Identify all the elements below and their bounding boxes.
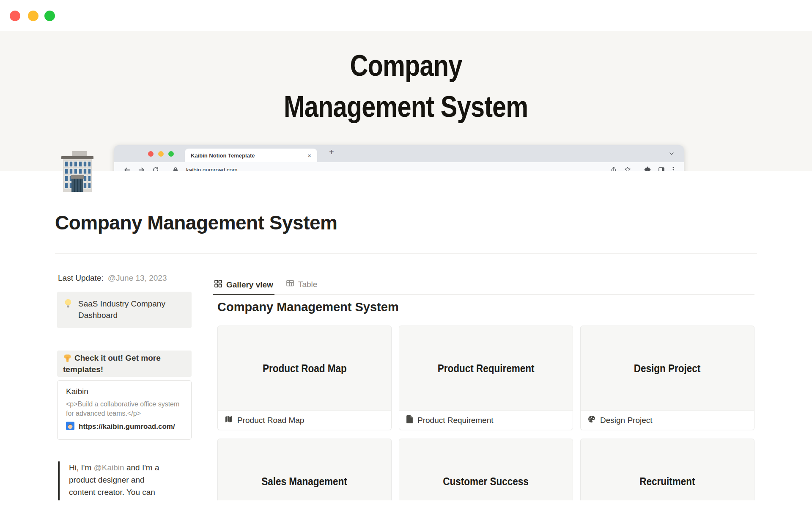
bookmark-description: <p>Build a collaborative office system f… bbox=[66, 400, 183, 418]
table-icon bbox=[286, 279, 294, 290]
light-bulb-icon bbox=[63, 298, 73, 322]
chevron-down-icon[interactable] bbox=[669, 151, 675, 158]
lock-icon bbox=[173, 167, 178, 171]
gallery-grid: Product Road Map Product Road Map Produc… bbox=[217, 326, 754, 500]
view-tabs: Gallery view Table bbox=[213, 276, 754, 295]
tab-table[interactable]: Table bbox=[285, 276, 318, 294]
minimize-window-icon[interactable] bbox=[28, 11, 38, 21]
card-design-project[interactable]: Design Project Design Project bbox=[580, 326, 754, 430]
cover-title-line1: Company bbox=[350, 45, 462, 86]
reload-icon[interactable] bbox=[152, 166, 159, 171]
templates-callout: Check it out! Get more templates! bbox=[57, 351, 192, 377]
share-icon[interactable] bbox=[610, 166, 617, 171]
last-update-date[interactable]: @June 13, 2023 bbox=[108, 273, 167, 282]
last-update-label: Last Update: bbox=[58, 273, 104, 282]
card-footer-label: Design Project bbox=[600, 416, 653, 425]
tab-gallery-view[interactable]: Gallery view bbox=[213, 276, 274, 295]
divider bbox=[55, 253, 757, 254]
extensions-puzzle-icon[interactable] bbox=[644, 166, 651, 171]
card-product-road-map[interactable]: Product Road Map Product Road Map bbox=[217, 326, 392, 430]
browser-address-bar: kaibin.gumroad.com bbox=[114, 162, 684, 171]
gallery-grid-icon bbox=[214, 279, 222, 290]
dashboard-callout-text: SaaS Industry Company Dashboard bbox=[78, 298, 186, 322]
cover-title: Company Management System bbox=[0, 45, 812, 127]
window-header bbox=[0, 0, 812, 31]
close-window-icon[interactable] bbox=[10, 11, 20, 21]
browser-close-icon bbox=[148, 151, 154, 157]
card-product-requirement[interactable]: Product Requirement Product Requirement bbox=[399, 326, 573, 430]
card-title: Sales Management bbox=[262, 475, 348, 488]
card-customer-success[interactable]: Customer Success bbox=[399, 439, 573, 500]
zoom-window-icon[interactable] bbox=[44, 11, 55, 21]
quote-block: Hi, I'm @Kaibin and I'm a product design… bbox=[58, 461, 166, 500]
browser-mock-window: Kaibin Notion Temeplate × + bbox=[114, 145, 684, 171]
cover-title-line2: Management System bbox=[284, 86, 528, 127]
card-title: Product Requirement bbox=[438, 362, 535, 375]
page-icon bbox=[406, 415, 413, 425]
tab-table-label: Table bbox=[298, 280, 317, 289]
page-title: Company Management System bbox=[55, 211, 337, 234]
palette-icon bbox=[587, 415, 596, 425]
more-menu-icon[interactable] bbox=[672, 166, 675, 171]
bookmark-url[interactable]: https://kaibin.gumroad.com/ bbox=[79, 422, 175, 431]
quote-text-prefix: Hi, I'm bbox=[69, 463, 94, 472]
url-text[interactable]: kaibin.gumroad.com bbox=[186, 167, 238, 171]
forward-arrow-icon[interactable] bbox=[138, 166, 145, 171]
pointing-down-icon bbox=[63, 353, 72, 362]
dashboard-callout: SaaS Industry Company Dashboard bbox=[57, 292, 192, 328]
back-arrow-icon[interactable] bbox=[123, 166, 131, 171]
bookmark-star-icon[interactable] bbox=[624, 166, 631, 171]
card-title: Recruitment bbox=[639, 475, 695, 488]
bookmark-title: Kaibin bbox=[66, 387, 183, 396]
new-tab-button[interactable]: + bbox=[329, 147, 334, 157]
page-cover: Company Management System Kaibin Notion … bbox=[0, 31, 812, 171]
bookmark-favicon bbox=[66, 422, 74, 432]
browser-tab[interactable]: Kaibin Notion Temeplate × bbox=[185, 149, 317, 162]
side-panel-icon[interactable] bbox=[658, 166, 665, 171]
browser-minimize-icon bbox=[158, 151, 164, 157]
office-building-icon[interactable] bbox=[55, 148, 99, 192]
templates-callout-text: Check it out! Get more templates! bbox=[63, 353, 161, 374]
kaibin-mention[interactable]: @Kaibin bbox=[94, 463, 124, 472]
card-title: Design Project bbox=[634, 362, 701, 375]
card-recruitment[interactable]: Recruitment bbox=[580, 439, 754, 500]
card-sales-management[interactable]: Sales Management bbox=[217, 439, 392, 500]
card-footer-label: Product Road Map bbox=[237, 416, 304, 425]
card-footer-label: Product Requirement bbox=[417, 416, 494, 425]
card-title: Customer Success bbox=[443, 475, 529, 488]
map-icon bbox=[225, 415, 233, 425]
gallery-heading: Company Management System bbox=[217, 300, 399, 314]
bookmark-card[interactable]: Kaibin <p>Build a collaborative office s… bbox=[57, 380, 192, 440]
browser-tab-title: Kaibin Notion Temeplate bbox=[191, 152, 304, 159]
browser-zoom-icon bbox=[168, 151, 174, 157]
tab-gallery-label: Gallery view bbox=[226, 280, 273, 290]
tab-close-icon[interactable]: × bbox=[307, 152, 311, 159]
notion-page: Company Management System Kaibin Notion … bbox=[0, 31, 812, 500]
card-title: Product Road Map bbox=[263, 362, 347, 375]
last-update-row: Last Update:@June 13, 2023 bbox=[58, 273, 167, 283]
